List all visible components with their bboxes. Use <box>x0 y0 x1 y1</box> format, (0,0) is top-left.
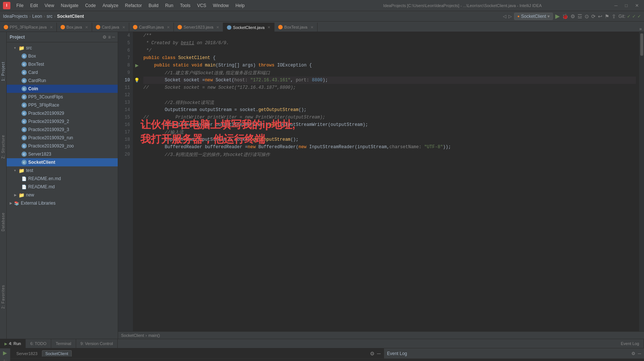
menu-code[interactable]: Code <box>82 2 99 9</box>
menu-refactor[interactable]: Refactor <box>122 2 145 9</box>
git-check2: ✓ <box>632 14 636 19</box>
tree-item-server1823[interactable]: C Server1823 <box>7 150 118 158</box>
more-tabs-icon[interactable]: » <box>637 26 644 32</box>
tree-item-pp5-3fliprace[interactable]: C PP5_3FlipRace <box>7 101 118 109</box>
bookmark-button[interactable]: ⚑ <box>605 13 609 19</box>
tree-item-pp5-3countflips[interactable]: C PP5_3CountFlips <box>7 93 118 101</box>
run-restart-icon[interactable]: ▶ <box>3 350 7 356</box>
bottom-tab-event-log[interactable]: Event Log <box>616 339 644 348</box>
tree-item-card[interactable]: C Card <box>7 68 118 77</box>
project-gear-icon[interactable]: ≡ <box>108 35 111 40</box>
event-log-close-icon[interactable]: ─ <box>638 351 641 356</box>
tree-item-cardrun[interactable]: C CardRun <box>7 77 118 85</box>
tree-item-socketclient[interactable]: C SocketClient <box>7 158 118 166</box>
warn-gutter-icon[interactable]: 💡 <box>133 77 140 84</box>
profile-button[interactable]: ⊙ <box>585 13 589 19</box>
editor-content[interactable]: 4 5 6 7 8 9 10 11 12 13 14 15 16 17 18 1… <box>118 32 644 331</box>
java-icon: C <box>22 111 27 116</box>
history-button[interactable]: ⟳ <box>591 13 596 19</box>
menu-file[interactable]: File <box>13 2 26 9</box>
tree-item-practice20190929-3[interactable]: C Practice20190929_3 <box>7 126 118 134</box>
menu-view[interactable]: View <box>42 2 57 9</box>
coverage-button[interactable]: ☲ <box>578 13 582 19</box>
tree-item-external-libraries[interactable]: ▶ 📚 External Libraries <box>7 199 118 207</box>
close-button[interactable]: ✕ <box>633 2 641 9</box>
back-icon[interactable]: ◁ <box>503 14 506 19</box>
tree-item-src[interactable]: ▾ 📁 src <box>7 44 118 52</box>
stop-icon[interactable]: ◾ <box>2 358 8 361</box>
java-icon: C <box>22 70 27 75</box>
tree-item-practice20190929-2[interactable]: C Practice20190929_2 <box>7 117 118 126</box>
code-editor[interactable]: /** * Created by besti on 2018/6/9. */ p… <box>140 32 639 331</box>
tab-boxtest[interactable]: BoxTest.java ✕ <box>274 23 317 32</box>
build-button[interactable]: ⚙ <box>570 13 575 19</box>
menu-vcs[interactable]: VCS <box>194 2 209 9</box>
breadcrumb-socketclient[interactable]: SocketClient <box>57 14 84 19</box>
vcs-push-button[interactable]: ⇪ <box>612 13 616 19</box>
menu-run[interactable]: Run <box>162 2 176 9</box>
editor-scrollbar[interactable] <box>639 32 644 331</box>
project-settings-icon[interactable]: ⚙ <box>103 35 107 40</box>
breadcrumb-leon[interactable]: Leon <box>32 14 42 19</box>
close-tab-icon[interactable]: ✕ <box>267 25 270 29</box>
close-tab-icon[interactable]: ✕ <box>50 25 53 29</box>
tree-item-practice20190929-run[interactable]: C Practice20190929_run <box>7 134 118 142</box>
run-button[interactable]: ▶ <box>555 13 560 20</box>
tab-box[interactable]: Box.java ✕ <box>57 23 92 32</box>
project-label[interactable]: 1: Project <box>1 62 5 81</box>
run-gutter-icon[interactable]: ▶ <box>133 62 140 69</box>
menu-help[interactable]: Help <box>232 2 248 9</box>
maximize-button[interactable]: □ <box>623 2 630 9</box>
menu-tools[interactable]: Tools <box>177 2 193 9</box>
project-header: Project ⚙ ≡ ╌ <box>7 32 118 42</box>
tab-cardrun[interactable]: CardRun.java ✕ <box>129 23 174 32</box>
bottom-tab-terminal[interactable]: Terminal <box>51 339 76 348</box>
close-tab-icon[interactable]: ✕ <box>85 25 88 29</box>
tree-item-readme[interactable]: 📄 README.md <box>7 183 118 191</box>
tree-item-coin[interactable]: C Coin <box>7 85 118 93</box>
breadcrumb-ideaprojects[interactable]: IdeaProjects <box>3 14 28 19</box>
tab-server1823[interactable]: Server1823.java ✕ <box>174 23 223 32</box>
tree-item-new[interactable]: ▶ 📁 new <box>7 191 118 199</box>
breadcrumb-src[interactable]: src <box>46 14 52 19</box>
menu-build[interactable]: Build <box>146 2 162 9</box>
tree-item-test[interactable]: ▾ 📁 test <box>7 166 118 175</box>
project-close-icon[interactable]: ╌ <box>112 35 115 40</box>
run-config-selector[interactable]: ● SocketClient ▾ <box>514 13 553 20</box>
run-settings-icon[interactable]: ⚙ <box>370 351 375 357</box>
menu-bar: File Edit View Navigate Code Analyze Ref… <box>13 2 313 9</box>
menu-window[interactable]: Window <box>210 2 232 9</box>
run-close-icon[interactable]: ─ <box>377 351 381 357</box>
run-output[interactable]: "C:\Program Files\Java\jdk-13\bin\java.e… <box>10 359 384 361</box>
tree-item-practice20190929-zoo[interactable]: C Practice20190929_zoo <box>7 142 118 150</box>
favorites-label[interactable]: 2: Favorites <box>1 285 5 309</box>
java-icon: C <box>22 86 27 91</box>
structure-label[interactable]: Z: Structure <box>1 135 5 159</box>
bottom-tab-todo[interactable]: 6: TODO <box>26 339 51 348</box>
menu-analyze[interactable]: Analyze <box>100 2 121 9</box>
tab-card[interactable]: Card.java ✕ <box>92 23 129 32</box>
tab-socketclient[interactable]: SocketClient.java ✕ <box>223 23 274 32</box>
close-tab-icon[interactable]: ✕ <box>216 25 219 29</box>
menu-navigate[interactable]: Navigate <box>58 2 81 9</box>
close-tab-icon[interactable]: ✕ <box>167 25 170 29</box>
tree-item-practice20190929[interactable]: C Practice20190929 <box>7 109 118 117</box>
tab-pp5-3fliprace[interactable]: PP5_3FlipRace.java ✕ <box>0 23 57 32</box>
run-tab-socketclient[interactable]: SocketClient <box>42 350 72 357</box>
tree-item-readme-en[interactable]: 📄 README.en.md <box>7 175 118 183</box>
tree-item-box[interactable]: C Box <box>7 52 118 60</box>
debug-button[interactable]: 🐞 <box>562 13 568 19</box>
close-tab-icon[interactable]: ✕ <box>310 25 313 29</box>
bottom-tab-version-control[interactable]: 9: Version Control <box>76 339 118 348</box>
database-label[interactable]: Database <box>1 212 5 231</box>
close-tab-icon[interactable]: ✕ <box>122 25 125 29</box>
forward-icon[interactable]: ▷ <box>508 14 512 19</box>
event-log-settings-icon[interactable]: ⚙ <box>631 351 635 356</box>
menu-edit[interactable]: Edit <box>27 2 41 9</box>
minimize-button[interactable]: ─ <box>612 2 620 9</box>
run-tab-server1823[interactable]: Server1823 <box>13 351 40 357</box>
tree-item-boxtest[interactable]: C BoxTest <box>7 60 118 68</box>
scrollbar-thumb[interactable] <box>640 33 643 56</box>
revert-button[interactable]: ↩ <box>598 13 602 19</box>
bottom-tab-run[interactable]: ▶ 4: Run <box>0 339 26 348</box>
